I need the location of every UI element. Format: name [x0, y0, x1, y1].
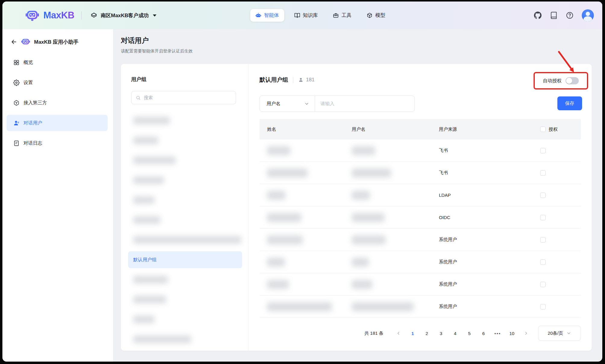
group-list-item-blurred[interactable] [128, 172, 242, 189]
cell-auth [540, 162, 546, 184]
cell-auth [540, 206, 546, 228]
group-list-item-blurred[interactable] [128, 271, 242, 288]
page-button-5[interactable]: 5 [464, 328, 475, 339]
blurred-text [133, 216, 160, 224]
group-list-item-blurred[interactable] [128, 112, 242, 129]
row-checkbox[interactable] [540, 170, 546, 176]
filter-field-value: 用户名 [266, 101, 281, 107]
nav-tab-knowledge[interactable]: 知识库 [289, 9, 323, 22]
pagination-ellipsis[interactable]: ••• [492, 328, 503, 339]
row-checkbox[interactable] [540, 148, 546, 153]
cell-source: LDAP [439, 184, 451, 206]
cell-name [267, 296, 332, 318]
table-row: 系统用户 [260, 251, 581, 273]
cell-source: OIDC [439, 206, 450, 228]
avatar-body [584, 16, 592, 21]
sidebar-item-overview[interactable]: 概览 [7, 54, 108, 71]
header-divider [81, 11, 82, 20]
brand: MaxKB [25, 2, 74, 29]
blurred-username [352, 213, 384, 222]
main-nav: 智能体知识库工具模型 [250, 2, 390, 29]
table-row: 系统用户 [260, 296, 581, 318]
group-list-item-blurred[interactable] [128, 311, 242, 328]
cell-username [352, 273, 372, 295]
github-icon[interactable] [534, 11, 542, 19]
blurred-text [133, 136, 158, 144]
group-list-item-blurred[interactable] [128, 212, 242, 228]
avatar-head [586, 12, 590, 16]
back-arrow-icon[interactable] [11, 39, 17, 45]
nav-tab-models[interactable]: 模型 [361, 9, 390, 22]
group-list-item-blurred[interactable] [128, 192, 242, 209]
auto-auth-toggle[interactable] [566, 77, 579, 84]
select-all-checkbox[interactable] [540, 127, 546, 132]
group-list: 默认用户组 [128, 112, 242, 351]
cell-name [267, 206, 301, 228]
table-row: 系统用户 [260, 229, 581, 251]
page-button-3[interactable]: 3 [435, 328, 447, 339]
group-list-item-selected[interactable]: 默认用户组 [128, 251, 242, 268]
row-checkbox[interactable] [540, 215, 546, 220]
cell-username [352, 162, 391, 184]
page-button-6[interactable]: 6 [478, 328, 489, 339]
filter-field-select[interactable]: 用户名 [260, 96, 315, 111]
sidebar-item-chat-logs[interactable]: 对话日志 [7, 135, 108, 151]
group-search-input[interactable]: 搜索 [131, 91, 236, 104]
sidebar-item-label: 对话用户 [24, 120, 42, 126]
group-list-item-blurred[interactable] [128, 231, 242, 248]
user-edit-icon [13, 120, 20, 126]
row-checkbox[interactable] [540, 237, 546, 243]
sidebar-item-chat-users[interactable]: 对话用户 [7, 115, 108, 131]
page-button-2[interactable]: 2 [421, 328, 433, 339]
page-button-1[interactable]: 1 [407, 328, 418, 339]
top-header: MaxKB 南区MaxKB客户成功 智能体知识库工具模型 [2, 2, 602, 29]
row-checkbox[interactable] [540, 304, 546, 309]
workspace-selector[interactable]: 南区MaxKB客户成功 [90, 2, 156, 29]
group-list-item-blurred[interactable] [128, 331, 242, 348]
nav-tab-agents[interactable]: 智能体 [250, 9, 284, 22]
user-avatar[interactable] [582, 9, 594, 21]
blurred-username [352, 258, 369, 267]
page-button-4[interactable]: 4 [449, 328, 461, 339]
content-area: 对话用户 该配置需要智能体开启登录认证后生效 用户组 搜索 默认用户组 默认用户… [113, 29, 602, 362]
cell-username [352, 229, 386, 251]
row-checkbox[interactable] [540, 193, 546, 198]
table-row: OIDC [260, 206, 581, 229]
user-filter: 用户名 请输入 [260, 96, 415, 112]
page-button-10[interactable]: 10 [506, 328, 518, 339]
help-icon[interactable] [566, 11, 574, 19]
row-checkbox[interactable] [540, 259, 546, 265]
cell-username [352, 140, 375, 162]
sidebar-item-third-party[interactable]: 接入第三方 [7, 95, 108, 111]
blurred-username [352, 146, 375, 155]
cell-auth [540, 251, 546, 273]
cell-name [267, 184, 285, 206]
page-size-select[interactable]: 20条/页 [538, 326, 581, 341]
table-row: 系统用户 [260, 273, 581, 296]
sidebar-item-settings[interactable]: 设置 [7, 74, 108, 91]
users-table: 姓名 用户名 用户来源 授权 飞书飞书LDAPOIDC系统用户系统用户系统用户系… [260, 119, 581, 318]
column-header-username: 用户名 [352, 119, 365, 140]
next-page-button[interactable] [520, 328, 532, 339]
blurred-text [133, 117, 170, 124]
blurred-text [133, 196, 154, 204]
save-button[interactable]: 保存 [557, 96, 582, 110]
group-list-item-blurred[interactable] [128, 132, 242, 149]
prev-page-button[interactable] [393, 328, 404, 339]
column-header-auth: 授权 [540, 119, 558, 140]
filter-text-input[interactable]: 请输入 [315, 101, 414, 107]
nav-tab-tools[interactable]: 工具 [328, 9, 357, 22]
blurred-username [352, 168, 391, 177]
row-checkbox[interactable] [540, 282, 546, 287]
selected-group-label: 默认用户组 [133, 257, 157, 263]
group-list-item-blurred[interactable] [128, 291, 242, 308]
groups-panel-title: 用户组 [131, 76, 147, 83]
cell-username [352, 296, 414, 318]
app-title: MaxKB 应用小助手 [34, 39, 78, 46]
blurred-username [352, 191, 370, 200]
cell-source: 飞书 [439, 162, 448, 184]
member-count-value: 181 [306, 77, 314, 83]
docs-book-icon[interactable] [550, 11, 558, 19]
annotation-highlight-box: 自动授权 [534, 72, 588, 89]
group-list-item-blurred[interactable] [128, 152, 242, 169]
